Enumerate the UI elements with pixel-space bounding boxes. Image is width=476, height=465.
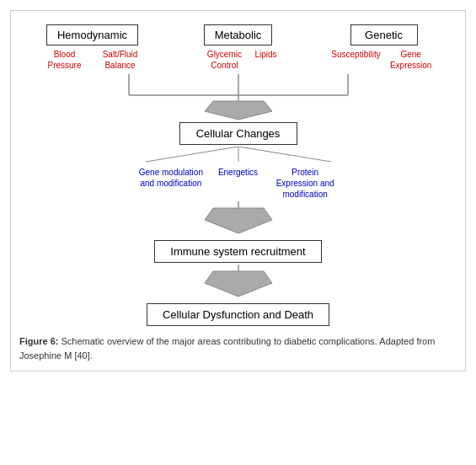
genetic-sublabels: Susceptibility Gene Expression (331, 49, 436, 71)
figure-caption: Figure 6: Schematic overview of the majo… (19, 334, 457, 362)
immune-system-label: Immune system recruitment (170, 245, 305, 258)
genetic-box: Genetic (350, 24, 418, 45)
genetic-sub-0: Susceptibility (331, 49, 380, 71)
cellular-sub-1: Energetics (218, 167, 258, 200)
hemodynamic-group: Hemodynamic Blood Pressure Salt/Fluid Ba… (25, 24, 160, 71)
cellular-death-section: Cellular Dysfunction and Death (19, 303, 457, 326)
svg-marker-11 (205, 208, 272, 233)
middle-connector (19, 201, 457, 238)
hemodynamic-sub-0: Blood Pressure (40, 49, 90, 71)
metabolic-sublabels: Glycemic Control Lipids (199, 49, 276, 71)
bottom-connector (19, 265, 457, 302)
cellular-sub-2: Protein Expression and modification (271, 167, 339, 200)
middle-connector-svg (188, 201, 289, 238)
svg-line-9 (238, 147, 331, 162)
genetic-sub-1: Gene Expression (386, 49, 436, 71)
caption-text: Schematic overview of the major areas co… (19, 336, 435, 361)
genetic-group: Genetic Susceptibility Gene Expression (317, 24, 452, 71)
hemodynamic-label: Hemodynamic (57, 29, 127, 41)
hemodynamic-sub-1: Salt/Fluid Balance (95, 49, 146, 71)
metabolic-sub-0: Glycemic Control (199, 49, 249, 71)
cellular-changes-label: Cellular Changes (196, 127, 281, 140)
cellular-changes-branches-svg (95, 147, 382, 163)
top-connector (19, 74, 457, 120)
hemodynamic-box: Hemodynamic (46, 24, 138, 45)
cellular-death-label: Cellular Dysfunction and Death (163, 308, 313, 321)
hemodynamic-sublabels: Blood Pressure Salt/Fluid Balance (40, 49, 146, 71)
cellular-sub-0: Gene modulation and modification (137, 167, 205, 200)
metabolic-label: Metabolic (215, 29, 262, 41)
bottom-connector-svg (188, 265, 289, 302)
top-categories-row: Hemodynamic Blood Pressure Salt/Fluid Ba… (19, 24, 457, 71)
svg-marker-13 (205, 271, 272, 297)
cellular-changes-sublabels-area: Gene modulation and modification Energet… (95, 147, 382, 200)
metabolic-group: Metabolic Glycemic Control Lipids (171, 24, 306, 71)
diagram-container: Hemodynamic Blood Pressure Salt/Fluid Ba… (10, 10, 466, 371)
figure-num: Figure 6: (19, 336, 58, 346)
immune-system-section: Immune system recruitment (19, 240, 457, 263)
metabolic-sub-1: Lipids (254, 49, 276, 71)
cellular-changes-box: Cellular Changes (179, 122, 297, 145)
cellular-changes-sub-row: Gene modulation and modification Energet… (95, 167, 382, 200)
svg-line-7 (146, 147, 238, 162)
top-connector-svg (70, 74, 407, 120)
cellular-changes-section: Cellular Changes Gene modulation and mod… (19, 122, 457, 200)
metabolic-box: Metabolic (204, 24, 273, 45)
cellular-death-box: Cellular Dysfunction and Death (147, 303, 329, 326)
immune-system-box: Immune system recruitment (154, 240, 321, 263)
svg-marker-6 (205, 101, 272, 120)
genetic-label: Genetic (365, 29, 403, 41)
